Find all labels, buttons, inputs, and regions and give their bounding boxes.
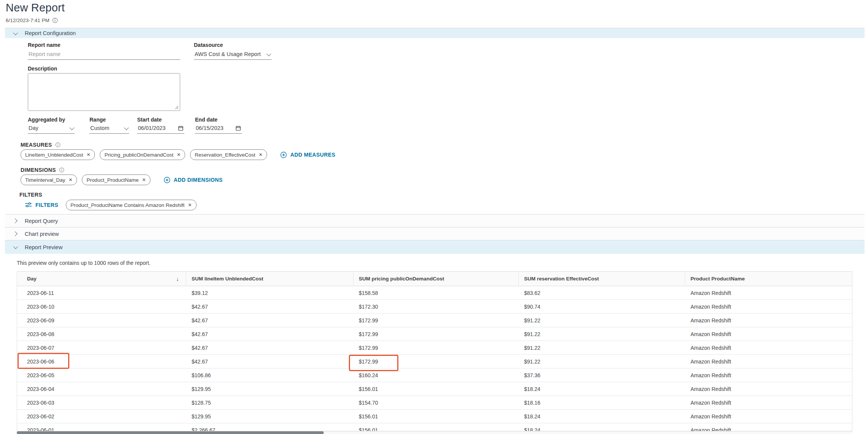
- column-header-day[interactable]: Day ↓: [17, 272, 186, 286]
- filters-label: FILTERS: [19, 192, 42, 198]
- report-name-label: Report name: [28, 42, 61, 48]
- measure-chip: Reservation_EffectiveCost ✕: [190, 149, 267, 160]
- table-row: 2023-06-05$106.86$160.24$37.36Amazon Red…: [17, 368, 852, 382]
- section-label: Report Query: [25, 218, 58, 224]
- horizontal-scrollbar-thumb[interactable]: [17, 431, 324, 434]
- table-row: 2023-06-03$128.75$154.70$18.16Amazon Red…: [17, 396, 852, 410]
- resize-handle-icon[interactable]: [174, 105, 179, 109]
- section-label: Chart preview: [25, 231, 59, 237]
- calendar-icon[interactable]: [178, 125, 184, 131]
- chevron-down-icon: [13, 244, 18, 249]
- section-report-query[interactable]: Report Query: [5, 214, 865, 227]
- sort-descending-icon[interactable]: ↓: [176, 275, 181, 282]
- section-report-configuration[interactable]: Report Configuration: [5, 28, 865, 38]
- filter-icon: [25, 202, 32, 208]
- plus-circle-icon: [164, 177, 170, 183]
- chevron-down-icon: [124, 125, 129, 130]
- dimension-chip: Product_ProductName ✕: [82, 175, 150, 185]
- end-date-label: End date: [195, 117, 217, 123]
- report-timestamp: 6/12/2023-7:41 PM: [6, 18, 50, 23]
- add-dimensions-button[interactable]: ADD DIMENSIONS: [164, 177, 223, 183]
- section-report-preview[interactable]: Report Preview: [5, 240, 865, 254]
- section-label: Report Configuration: [25, 30, 76, 36]
- info-icon: [55, 142, 61, 147]
- chevron-right-icon: [13, 231, 18, 236]
- dimensions-label: DIMENSIONS: [21, 167, 56, 173]
- new-report-page: New Report 6/12/2023-7:41 PM Report Conf…: [0, 0, 868, 434]
- aggregated-by-label: Aggregated by: [28, 117, 65, 123]
- table-row: 2023-06-02$129.95$156.01$18.24Amazon Red…: [17, 410, 852, 423]
- chevron-right-icon: [13, 218, 18, 223]
- column-header-reservation-effectivecost[interactable]: SUM reservation EffectiveCost: [518, 272, 685, 286]
- table-row: 2023-06-11$39.12$158.58$83.62Amazon Reds…: [17, 286, 852, 300]
- aggregated-by-select[interactable]: Day: [28, 125, 75, 134]
- close-icon[interactable]: ✕: [188, 203, 192, 207]
- close-icon[interactable]: ✕: [259, 152, 262, 157]
- datasource-label: Datasource: [194, 42, 223, 48]
- table-row: 2023-06-07$42.67$172.99$91.22Amazon Reds…: [17, 341, 852, 355]
- measure-chip: LineItem_UnblendedCost ✕: [21, 149, 95, 160]
- dimension-chip: TimeInterval_Day ✕: [21, 175, 77, 185]
- column-header-lineitem-unblendedcost[interactable]: SUM lineItem UnblendedCost: [186, 272, 353, 286]
- plus-circle-icon: [280, 152, 287, 158]
- table-row-highlighted: 2023-06-06$42.67$172.99$91.22Amazon Reds…: [17, 355, 852, 368]
- table-row: 2023-06-08$42.67$172.99$91.22Amazon Reds…: [17, 327, 852, 341]
- table-row: 2023-06-10$42.67$172.30$90.74Amazon Reds…: [17, 300, 852, 314]
- page-title: New Report: [6, 2, 65, 14]
- column-header-product-productname[interactable]: Product ProductName: [685, 272, 852, 286]
- table-header-row: Day ↓ SUM lineItem UnblendedCost SUM pri…: [17, 271, 852, 286]
- table-row: 2023-06-04$129.95$156.01$18.24Amazon Red…: [17, 382, 852, 396]
- section-label: Report Preview: [25, 244, 62, 250]
- start-date-input[interactable]: 06/01/2023: [137, 125, 184, 134]
- report-preview-table: Day ↓ SUM lineItem UnblendedCost SUM pri…: [17, 271, 852, 434]
- chevron-down-icon: [13, 30, 18, 35]
- end-date-value: 06/15/2023: [196, 125, 224, 131]
- calendar-icon[interactable]: [235, 125, 241, 131]
- description-label: Description: [28, 66, 57, 72]
- close-icon[interactable]: ✕: [142, 178, 146, 182]
- start-date-label: Start date: [137, 117, 162, 123]
- close-icon[interactable]: ✕: [86, 152, 90, 157]
- filter-chip: Product_ProductName Contains Amazon Reds…: [66, 200, 196, 210]
- start-date-value: 06/01/2023: [138, 125, 166, 131]
- preview-note: This preview only contains up to 1000 ro…: [17, 260, 150, 266]
- range-value: Custom: [90, 125, 109, 131]
- close-icon[interactable]: ✕: [177, 152, 181, 157]
- add-measures-button[interactable]: ADD MEASURES: [280, 152, 335, 158]
- datasource-value: AWS Cost & Usage Report: [195, 51, 261, 57]
- end-date-input[interactable]: 06/15/2023: [195, 125, 242, 134]
- aggregated-by-value: Day: [29, 125, 38, 131]
- chevron-down-icon: [267, 51, 272, 56]
- measure-chip: Pricing_publicOnDemandCost ✕: [100, 149, 185, 160]
- chevron-down-icon: [70, 125, 75, 130]
- range-select[interactable]: Custom: [90, 125, 129, 134]
- info-icon: [59, 167, 64, 173]
- range-label: Range: [90, 117, 106, 123]
- info-icon: [52, 18, 58, 23]
- datasource-select[interactable]: AWS Cost & Usage Report: [194, 51, 272, 60]
- measures-label: MEASURES: [21, 142, 52, 148]
- filters-button[interactable]: FILTERS: [25, 202, 58, 208]
- table-row: 2023-06-09$42.67$172.99$91.22Amazon Reds…: [17, 314, 852, 327]
- report-name-input[interactable]: [29, 51, 179, 57]
- close-icon[interactable]: ✕: [69, 178, 72, 182]
- column-header-pricing-publicondemandcost[interactable]: SUM pricing publicOnDemandCost: [353, 272, 518, 286]
- section-chart-preview[interactable]: Chart preview: [5, 227, 865, 240]
- description-textarea[interactable]: [28, 73, 180, 111]
